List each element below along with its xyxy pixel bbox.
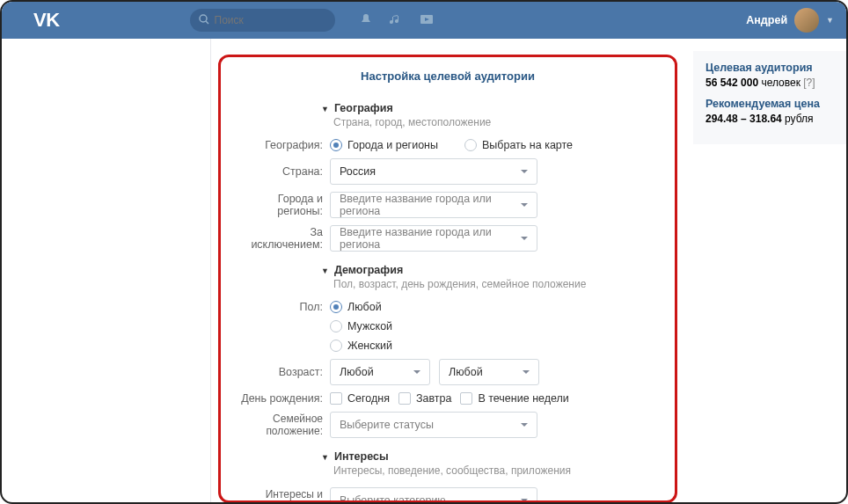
radio-map[interactable]: Выбрать на карте xyxy=(464,139,573,151)
label-geography: География: xyxy=(237,139,330,151)
section-geography: ▼География Страна, город, местоположение… xyxy=(237,102,659,252)
input-cities[interactable]: Введите название города или региона xyxy=(330,192,537,218)
select-age-to[interactable]: Любой xyxy=(439,359,539,385)
username: Андрей xyxy=(746,14,787,26)
section-subtitle: Пол, возраст, день рождения, семейное по… xyxy=(333,278,659,290)
avatar xyxy=(794,8,819,33)
sidebar xyxy=(114,39,211,502)
label-except: За исключением: xyxy=(237,226,330,251)
search-bar[interactable] xyxy=(190,9,335,32)
section-title: География xyxy=(334,102,393,114)
search-icon xyxy=(199,14,209,27)
section-subtitle: Интересы, поведение, сообщества, приложе… xyxy=(333,464,659,477)
right-panel: Целевая аудитория 56 542 000 человек [?]… xyxy=(686,39,846,502)
label-age: Возраст: xyxy=(237,366,330,378)
video-icon[interactable] xyxy=(420,13,434,28)
section-title: Интересы xyxy=(334,450,389,463)
label-sex: Пол: xyxy=(237,301,330,313)
rec-price-label: Рекомендуемая цена xyxy=(705,98,834,110)
audience-label: Целевая аудитория xyxy=(705,62,834,74)
input-except[interactable]: Введите название города или региона xyxy=(330,225,537,252)
section-title: Демография xyxy=(334,264,403,276)
stats-card: Целевая аудитория 56 542 000 человек [?]… xyxy=(693,51,846,144)
radio-cities-regions[interactable]: Города и регионы xyxy=(330,139,438,151)
radio-sex-any[interactable]: Любой xyxy=(330,301,382,313)
section-subtitle: Страна, город, местоположение xyxy=(333,116,659,128)
left-gutter xyxy=(2,39,114,502)
caret-down-icon[interactable]: ▼ xyxy=(321,267,329,275)
audience-value: 56 542 000 человек [?] xyxy=(705,77,834,89)
chevron-down-icon: ▼ xyxy=(826,16,834,25)
vk-logo[interactable]: VK xyxy=(33,9,60,32)
music-icon[interactable] xyxy=(390,13,402,28)
label-country: Страна: xyxy=(237,165,330,178)
top-header: VK Андрей ▼ xyxy=(2,2,846,39)
caret-down-icon[interactable]: ▼ xyxy=(321,105,329,113)
panel-title: Настройка целевой аудитории xyxy=(237,69,659,83)
svg-line-1 xyxy=(206,21,208,24)
label-marital: Семейное положение: xyxy=(237,413,330,437)
caret-down-icon[interactable]: ▼ xyxy=(321,453,329,462)
search-input[interactable] xyxy=(215,14,326,26)
label-interests: Интересы и поведение: xyxy=(237,488,330,503)
section-interests: ▼Интересы Интересы, поведение, сообществ… xyxy=(237,450,659,503)
checkbox-week[interactable]: В течение недели xyxy=(460,392,568,405)
label-birthday: День рождения: xyxy=(237,392,330,405)
user-menu[interactable]: Андрей ▼ xyxy=(746,8,834,33)
svg-point-0 xyxy=(200,15,207,22)
label-cities: Города и регионы: xyxy=(237,193,330,217)
rec-price-value: 294.48 – 318.64 рубля xyxy=(705,113,834,125)
select-age-from[interactable]: Любой xyxy=(330,359,430,385)
radio-sex-male[interactable]: Мужской xyxy=(330,320,392,332)
select-country[interactable]: Россия xyxy=(330,158,537,185)
section-demography: ▼Демография Пол, возраст, день рождения,… xyxy=(237,264,659,438)
help-link[interactable]: [?] xyxy=(803,77,815,89)
target-audience-panel: Настройка целевой аудитории ▼География С… xyxy=(218,55,677,503)
checkbox-tomorrow[interactable]: Завтра xyxy=(398,392,452,405)
checkbox-today[interactable]: Сегодня xyxy=(330,392,390,405)
select-interests[interactable]: Выберите категорию xyxy=(330,487,537,503)
radio-sex-female[interactable]: Женский xyxy=(330,340,392,352)
select-marital[interactable]: Выберите статусы xyxy=(330,412,537,438)
bell-icon[interactable] xyxy=(360,13,372,28)
